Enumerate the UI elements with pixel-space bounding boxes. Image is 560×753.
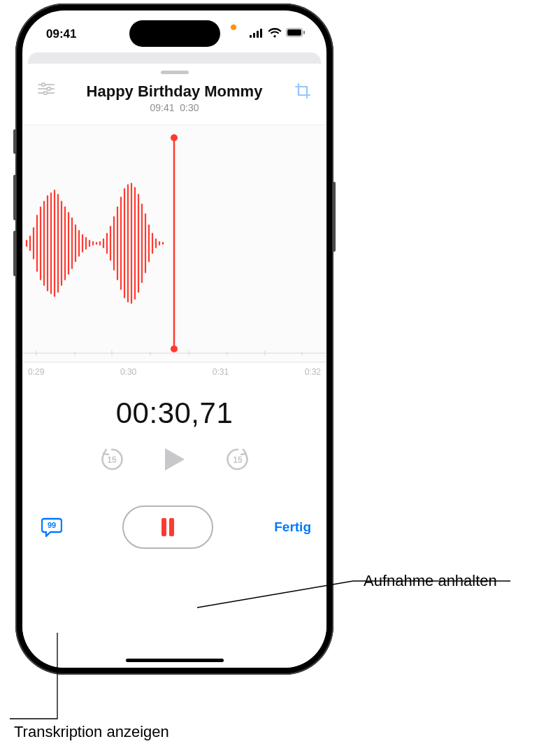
battery-icon	[286, 27, 306, 41]
svg-rect-0	[250, 35, 252, 38]
cellular-icon	[250, 27, 264, 41]
recording-indicator-dot	[231, 24, 236, 30]
status-right	[250, 27, 306, 41]
callout-pause-label: Aufnahme anhalten	[364, 572, 497, 590]
dynamic-island	[129, 20, 220, 47]
svg-rect-3	[260, 29, 262, 38]
svg-rect-6	[303, 31, 305, 34]
callout-lines	[0, 0, 560, 753]
status-time: 09:41	[46, 27, 76, 41]
callout-transcript-label: Transkription anzeigen	[14, 723, 169, 741]
wifi-icon	[268, 27, 282, 41]
svg-rect-5	[287, 29, 301, 36]
svg-rect-2	[257, 31, 259, 38]
svg-rect-1	[253, 33, 255, 38]
